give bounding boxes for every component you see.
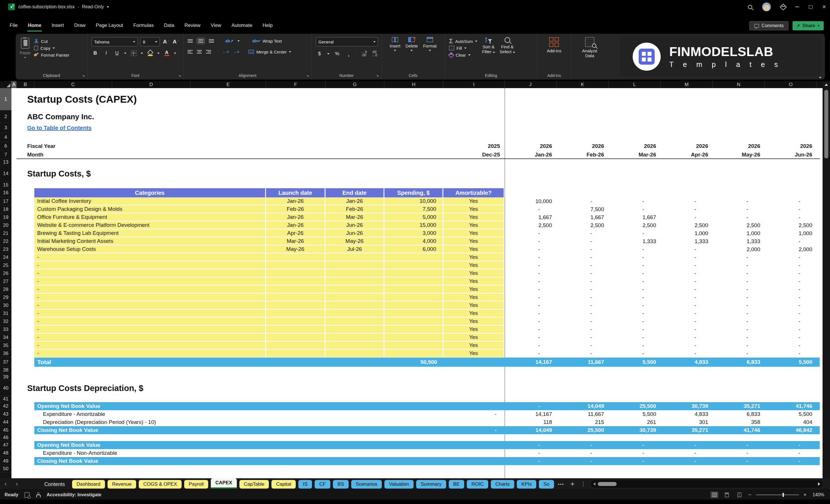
row-header-16[interactable]: 16 [0,188,11,197]
sheet-tab-roic[interactable]: ROIC [467,480,488,489]
cell-C34[interactable]: - [34,334,266,342]
cell-K36[interactable]: - [556,350,609,357]
cell-M48[interactable]: - [661,449,713,457]
vertical-scroll-thumb[interactable] [824,90,828,158]
cell-H29[interactable] [384,293,443,302]
table-of-contents-link[interactable]: Go to Table of Contents [27,123,199,133]
cell-C22[interactable]: Initial Marketing Content Assets [34,238,266,245]
horizontal-scroll-thumb[interactable] [598,482,617,486]
row-header-50[interactable]: 50 [0,465,11,473]
cell-N33[interactable]: - [713,325,765,334]
cell-N26[interactable]: - [713,270,765,278]
row-header-18[interactable]: 18 [0,206,11,213]
cell-G30[interactable] [325,302,384,310]
add-sheet-button[interactable]: + [570,481,574,487]
scroll-left-arrow[interactable] [593,482,596,486]
row-header-26[interactable]: 26 [0,270,11,278]
cell-L31[interactable]: - [609,310,661,317]
cell-M49[interactable]: - [661,457,713,465]
chevron-down-icon[interactable] [174,53,176,54]
cell-G34[interactable] [325,334,384,342]
cell-J31[interactable]: - [505,310,556,317]
cell-N29[interactable]: - [713,293,765,302]
cell-L33[interactable]: - [609,325,661,334]
cell-J34[interactable]: - [505,334,556,342]
sheet-tab-kpis[interactable]: KPIs [517,480,536,489]
align-right-button[interactable] [206,50,211,54]
cell-C36[interactable]: - [34,350,266,357]
cell-I25[interactable]: Yes [443,261,505,270]
cell-L25[interactable]: - [609,261,661,270]
cell-O37[interactable]: 5,500 [765,357,817,367]
sheet-tab-bs[interactable]: BS [333,480,349,489]
cell-J29[interactable]: - [505,293,556,302]
month-label[interactable]: Month [27,151,141,159]
row-header-42[interactable]: 42 [0,402,11,410]
select-all-corner[interactable] [0,81,11,88]
cell-N18[interactable]: - [713,206,765,213]
cell-C17[interactable]: Initial Coffee Inventory [34,197,266,206]
cell-F21[interactable]: Apr-26 [266,229,325,238]
autosum-button[interactable]: ΣAutoSum [449,38,477,44]
cell-O36[interactable]: - [765,350,817,357]
cell-M30[interactable]: - [661,302,713,310]
sheet-nav-right[interactable]: › [11,481,22,487]
increase-decimal-button[interactable]: ←.0.00 [361,51,367,57]
row-header-14[interactable]: 14 [0,165,11,182]
cell-O28[interactable]: - [765,285,817,293]
cell-O20[interactable]: 2,500 [765,221,817,229]
cell-H24[interactable] [384,253,443,261]
font-size-select[interactable]: 8 [140,37,160,46]
cell-F19[interactable]: Jan-26 [266,213,325,221]
cell-N30[interactable]: - [713,302,765,310]
cell-M45[interactable]: 35,271 [661,426,713,434]
cell-O17[interactable]: - [765,197,817,206]
font-dialog-launcher[interactable]: ↘ [178,73,181,77]
cell-F29[interactable] [266,293,325,302]
cell-L30[interactable]: - [609,302,661,310]
number-format-select[interactable]: General [316,37,378,46]
cell-H37[interactable]: 50,500 [384,357,443,367]
row-header-24[interactable]: 24 [0,253,11,261]
cell-F17[interactable]: Jan-26 [266,197,325,206]
cell-K31[interactable]: - [556,310,609,317]
cell-K33[interactable]: - [556,325,609,334]
cell-J35[interactable]: - [505,342,556,350]
cell-J22[interactable]: - [505,238,556,245]
premium-diamond-icon[interactable] [780,3,787,10]
cell-L24[interactable]: - [609,253,661,261]
row-label-42[interactable]: Opening Net Book Value [34,402,234,410]
cell-F30[interactable] [266,302,325,310]
cell-C23[interactable]: Warehouse Setup Costs [34,245,266,253]
cell-N28[interactable]: - [713,285,765,293]
cell-F24[interactable] [266,253,325,261]
cell-I18[interactable]: Yes [443,206,505,213]
cell-H23[interactable]: 6,000 [384,245,443,253]
table-header-categories[interactable]: Categories [34,188,266,197]
cell-C19[interactable]: Office Furniture & Equipment [34,213,266,221]
row-header-28[interactable]: 28 [0,285,11,293]
cell-M6[interactable]: 2026 [661,142,713,151]
search-icon[interactable] [748,5,752,9]
normal-view-button[interactable] [710,492,719,498]
cell-M42[interactable]: 30,739 [661,402,713,410]
alignment-dialog-launcher[interactable]: ↘ [306,73,309,77]
cell-N48[interactable]: - [713,449,765,457]
menu-review[interactable]: Review [181,21,204,30]
comments-button[interactable]: Comments [749,21,789,30]
chevron-down-icon[interactable] [107,6,109,8]
cell-I19[interactable]: Yes [443,213,505,221]
cell-L6[interactable]: 2026 [609,142,661,151]
row-header-38[interactable]: 38 [0,367,11,374]
row-header-6[interactable]: 6 [0,142,11,151]
cell-G23[interactable]: Jul-26 [325,245,384,253]
cell-G18[interactable]: Feb-26 [325,206,384,213]
cell-J23[interactable]: - [505,245,556,253]
cell-M26[interactable]: - [661,270,713,278]
cell-J28[interactable]: - [505,285,556,293]
cell-K34[interactable]: - [556,334,609,342]
row-header-23[interactable]: 23 [0,245,11,253]
cell-K26[interactable]: - [556,270,609,278]
cell-F32[interactable] [266,317,325,325]
cell-L42[interactable]: 25,500 [609,402,661,410]
